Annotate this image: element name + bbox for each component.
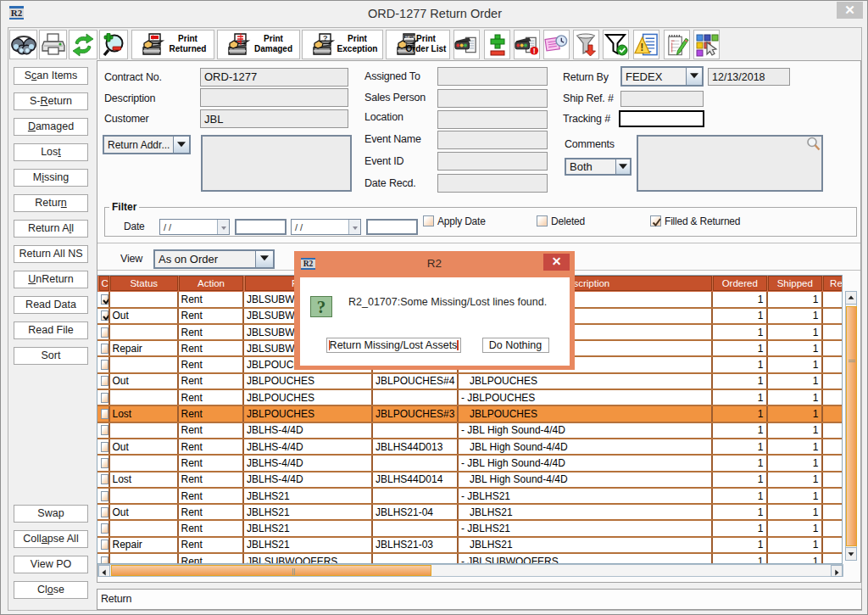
svg-text:?: ?: [323, 34, 328, 42]
svg-text:!: !: [533, 47, 536, 55]
svg-text:!: !: [640, 41, 643, 53]
